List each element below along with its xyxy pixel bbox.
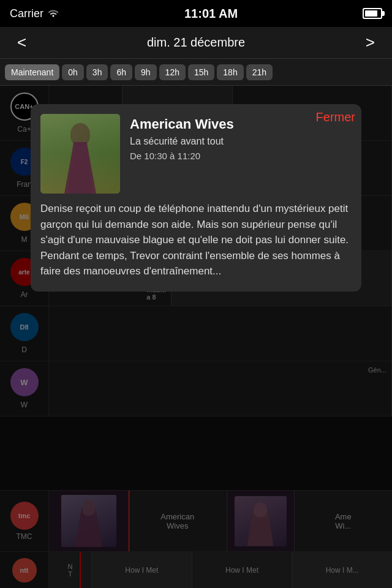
carrier-label: Carrier <box>10 7 59 20</box>
modal-time-range: De 10:30 à 11:20 <box>130 151 315 161</box>
time-filter-12h[interactable]: 12h <box>159 64 186 80</box>
nav-prev-button[interactable]: < <box>12 28 31 57</box>
modal-description: Denise reçoit un coup de téléphone inatt… <box>31 201 361 292</box>
guide-content-area: CAN+ Ca+ I l... na... pr... F2 Fran <box>0 86 392 588</box>
nav-bar: < dim. 21 décembre > <box>0 27 392 59</box>
time-filter-18h[interactable]: 18h <box>217 64 243 80</box>
modal-header: American Wives La sécurité avant tout De… <box>31 104 361 201</box>
carrier-text: Carrier <box>10 7 43 20</box>
wifi-icon <box>47 7 59 20</box>
time-filter-0h[interactable]: 0h <box>62 64 84 80</box>
modal-show-thumbnail <box>40 114 120 194</box>
battery-icon <box>363 8 382 19</box>
modal-card: American Wives La sécurité avant tout De… <box>31 104 361 292</box>
modal-thumb-image <box>40 114 120 194</box>
battery-fill <box>365 10 377 17</box>
time-filter-6h[interactable]: 6h <box>110 64 132 80</box>
status-bar: Carrier 11:01 AM <box>0 0 392 27</box>
modal-episode-title: La sécurité avant tout <box>130 136 315 147</box>
nav-title: dim. 21 décembre <box>147 36 245 50</box>
time-filter-maintenant[interactable]: Maintenant <box>5 64 59 80</box>
modal-show-title: American Wives <box>130 116 315 132</box>
time-filter-9h[interactable]: 9h <box>135 64 157 80</box>
time-filter-bar: Maintenant0h3h6h9h12h15h18h21h <box>0 59 392 86</box>
modal-overlay: American Wives La sécurité avant tout De… <box>0 86 392 588</box>
time-filter-15h[interactable]: 15h <box>188 64 214 80</box>
modal-close-button[interactable]: Fermer <box>316 110 355 124</box>
time-filter-21h[interactable]: 21h <box>246 64 273 80</box>
time-filter-3h[interactable]: 3h <box>86 64 108 80</box>
nav-next-button[interactable]: > <box>361 28 380 57</box>
status-time: 11:01 AM <box>184 7 238 21</box>
